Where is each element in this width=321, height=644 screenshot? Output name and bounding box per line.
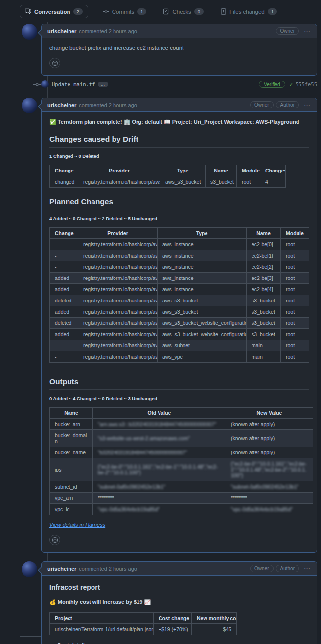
table-cell: 0 [305,351,309,363]
add-reaction-button[interactable] [49,58,60,68]
table-cell: aws_subnet [158,340,247,351]
comment-author[interactable]: urischeiner [47,566,76,572]
comment-header: urischeiner commented 2 hours ago Owner … [42,562,317,576]
table-row: addedregistry.terraform.io/hashicorp/aws… [50,284,309,295]
output-value-cell: {"ec2-be-0":"10.0.1.161","ec2-be-1":"10.… [226,458,313,481]
tab-checks[interactable]: Checks 0 [161,5,206,18]
table-row: -registry.terraform.io/hashicorp/awsaws_… [50,239,309,250]
table-cell: aws_instance [158,250,247,261]
table-cell: main [247,351,281,363]
kebab-menu-icon[interactable]: ⋯ [304,29,311,33]
table-cell: registry.terraform.io/hashicorp/aws [78,284,158,295]
commit-row: Update main.tf … Verified ✓ 555fe55 [41,80,317,88]
output-row: bucket_arn"arn:aws:s3:::b320240319184844… [50,419,313,430]
commit-message-link[interactable]: Update main.tf [52,81,95,87]
comment-author[interactable]: urischeiner [47,28,76,34]
table-cell: root [281,284,305,295]
table-row: deletedregistry.terraform.io/hashicorp/a… [50,295,309,306]
output-value-cell: "vpc-0d5a364ebcb19a85d" [93,504,226,515]
checklist-icon [163,8,169,15]
planned-changes-table: ChangeProviderTypeNameModuleChanges-regi… [49,227,309,363]
comment-3: urischeiner commented 2 hours ago Owner … [41,561,317,644]
tab-commits[interactable]: Commits 1 [101,5,149,18]
table-cell: ec2-be[2] [247,261,281,273]
commit-expander-button[interactable]: … [98,82,108,87]
outputs-table: NameOld ValueNew Valuebucket_arn"arn:aws… [49,407,313,515]
column-header: Provider [78,228,158,239]
table-cell: urischeiner/Terraform-1/uri-default/plan… [50,624,154,635]
check-icon: ✓ [289,81,294,87]
output-row: ips{"ec2-be-0":"10.0.1.161","ec2-be-1":"… [50,458,313,481]
pr-tab-bar: Conversation 2 Commits 1 Checks 0 Files … [20,5,321,18]
table-cell: 5 [305,273,309,284]
output-name-cell: vpc_id [50,504,93,515]
table-cell: - [50,261,78,273]
table-cell: ec2-be[3] [247,273,281,284]
table-row: changedregistry.terraform.io/hashicorp/a… [50,176,286,188]
table-cell: root [281,250,305,261]
table-cell: root [281,295,305,306]
output-row: bucket_domain"s3-website-us-west-2.amazo… [50,430,313,447]
tab-conversation-label: Conversation [34,9,70,15]
file-diff-icon [220,8,227,15]
comment-body-text: change bucket prefix and increase ec2 in… [49,45,309,51]
table-cell: aws_s3_bucket [158,295,247,306]
author-badge: Author [276,101,299,108]
table-cell: aws_instance [158,239,247,250]
table-cell: registry.terraform.io/hashicorp/aws [78,306,158,318]
table-cell: 0 [305,250,309,261]
table-cell: root [281,261,305,273]
org-emoji: 🏢 [124,119,131,125]
output-value-cell: (known after apply) [226,447,313,458]
comment-timestamp: commented 2 hours ago [79,28,137,34]
table-cell: root [281,273,305,284]
tab-files-changed[interactable]: Files changed 1 [218,5,279,18]
add-reaction-button[interactable] [49,535,60,545]
commit-avatar[interactable] [41,80,49,88]
column-header: Type [160,165,206,176]
column-header: Name [50,408,93,419]
redacted-value: "b32024031918484474500000000007" [98,450,187,455]
output-value-cell: {"ec2-be-0":"10.0.1.161","ec2-be-1":"10.… [93,458,226,481]
kebab-menu-icon[interactable]: ⋯ [304,567,311,571]
table-cell: root [281,239,305,250]
table-cell: 2 [305,306,309,318]
column-header: New Value [226,408,313,419]
tab-conversation[interactable]: Conversation 2 [20,5,88,18]
avatar[interactable] [22,561,37,577]
comment-author[interactable]: urischeiner [47,102,76,108]
table-row: deletedregistry.terraform.io/hashicorp/a… [50,318,309,329]
redacted-value: "s3-website-us-west-2.amazonaws.com" [98,435,190,441]
cost-details-toggle[interactable]: ▶ Cost details [49,642,309,644]
git-commit-icon [33,81,41,89]
table-row: -registry.terraform.io/hashicorp/awsaws_… [50,351,309,363]
verified-badge[interactable]: Verified [259,81,285,88]
avatar[interactable] [22,98,37,113]
table-row: addedregistry.terraform.io/hashicorp/aws… [50,306,309,318]
output-row: bucket_name"b320240319184844745000000000… [50,447,313,458]
output-name-cell: bucket_arn [50,419,93,430]
planned-changes-table-clip: ChangeProviderTypeNameModuleChanges-regi… [49,227,309,367]
table-row: -registry.terraform.io/hashicorp/awsaws_… [50,340,309,351]
column-header: Changes [305,228,309,239]
table-cell: 0 [305,261,309,273]
kebab-menu-icon[interactable]: ⋯ [304,103,311,107]
column-header: New monthly cost [192,613,237,624]
redacted-value: "subnet-0af0c0902452e13b1" [231,484,298,490]
output-value-cell: (known after apply) [226,430,313,447]
terraform-plan-status-line: ✅ Terraform plan complete! 🏢 Org: defaul… [49,119,309,125]
view-details-harness-link[interactable]: View details in Harness [49,522,105,528]
table-cell: changed [50,176,78,188]
column-header: Name [247,228,281,239]
monthly-cost-line: 💰 Monthly cost will increase by $19 📈 [49,599,309,605]
avatar[interactable] [22,24,37,40]
table-cell: root [281,306,305,318]
table-cell: added [50,329,78,340]
table-cell: root [237,176,260,188]
commit-sha-link[interactable]: 555fe55 [296,81,317,87]
column-header: Provider [78,165,160,176]
table-cell: ec2-be[0] [247,239,281,250]
table-cell: registry.terraform.io/hashicorp/aws [78,273,158,284]
output-row: vpc_id"vpc-0d5a364ebcb19a85d""vpc-0d5a36… [50,504,313,515]
owner-badge: Owner [250,101,273,108]
